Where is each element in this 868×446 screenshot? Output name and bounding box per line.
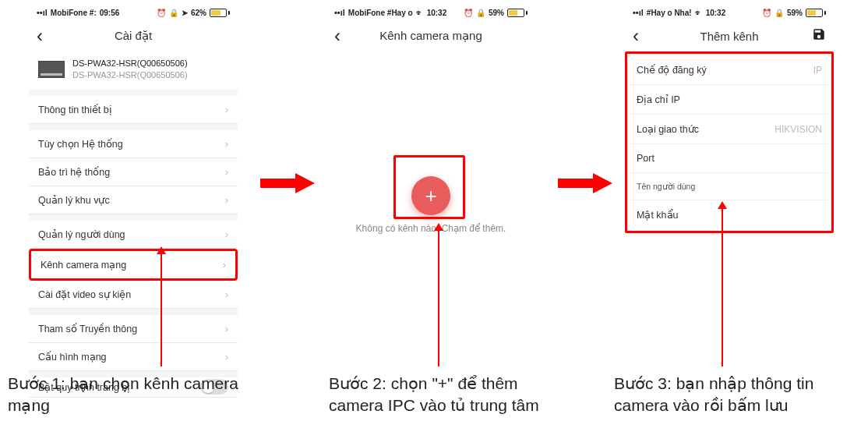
menu-tham-so-truyen-thong[interactable]: Tham số Truyền thông›: [29, 315, 238, 343]
carrier-label: MobiFone #:: [51, 9, 97, 17]
menu-cai-dat-video-su-kien[interactable]: Cài đặt video sự kiện›: [29, 281, 238, 309]
menu-bao-tri-he-thong[interactable]: Bảo trì hệ thống›: [29, 158, 238, 186]
field-ip-address[interactable]: Địa chỉ IP: [630, 85, 828, 115]
battery-icon: [806, 9, 826, 17]
wifi-icon: ᯤ: [695, 9, 703, 17]
status-bar: ••ıl MobiFone #: 09:56 ⏰ 🔒 ➤ 62%: [29, 5, 238, 20]
menu-cau-hinh-mang[interactable]: Cấu hình mạng›: [29, 343, 238, 371]
menu-quan-ly-khu-vuc[interactable]: Quản lý khu vực›: [29, 186, 238, 214]
step-caption-1: Bước 1: bạn chọn kênh camera mạng: [8, 373, 242, 417]
header: ‹ Cài đặt: [29, 20, 238, 51]
battery-icon: [507, 9, 528, 17]
field-register-mode[interactable]: Chế độ đăng kýIP: [630, 55, 828, 85]
lock-icon: 🔒: [476, 9, 485, 17]
chevron-right-icon: ›: [223, 259, 226, 271]
arrow-right-1: [260, 173, 315, 193]
battery-percent: 59%: [787, 9, 803, 17]
back-button[interactable]: ‹: [633, 27, 639, 45]
menu-quan-ly-nguoi-dung[interactable]: Quản lý người dùng›: [29, 221, 238, 249]
empty-state-text: Không có kênh nào. Chạm để thêm.: [326, 223, 535, 234]
battery-percent: 62%: [191, 9, 206, 17]
callout-line-2: [438, 228, 439, 366]
chevron-right-icon: ›: [225, 104, 228, 115]
device-info-block: DS-PWA32-HSR(Q00650506) DS-PWA32-HSR(Q00…: [29, 51, 238, 90]
highlight-form: Chế độ đăng kýIP Địa chỉ IP Loại giao th…: [625, 51, 834, 233]
status-bar: ••ıl MobiFone #Hay o ᯤ 10:32 ⏰ 🔒 59%: [326, 5, 535, 20]
header: ‹ Thêm kênh: [625, 20, 834, 51]
page-title: Cài đặt: [29, 29, 238, 43]
alarm-icon: ⏰: [157, 9, 166, 17]
callout-head-3: [718, 201, 727, 209]
battery-percent: 59%: [489, 9, 504, 17]
chevron-right-icon: ›: [225, 288, 228, 300]
lock-icon: 🔒: [774, 9, 784, 17]
svg-marker-1: [558, 173, 612, 193]
arrow-right-2: [558, 173, 612, 193]
callout-head-2: [434, 223, 443, 231]
back-button[interactable]: ‹: [334, 27, 340, 45]
chevron-right-icon: ›: [225, 194, 228, 206]
step-caption-2: Bước 2: chọn "+" để thêm camera IPC vào …: [329, 373, 570, 417]
header: ‹ Kênh camera mạng: [326, 20, 535, 51]
callout-head-1: [157, 246, 166, 254]
save-button[interactable]: [812, 27, 826, 44]
device-serial: DS-PWA32-HSR(Q00650506): [72, 69, 188, 81]
field-username[interactable]: Tên người dùng: [630, 173, 828, 200]
location-icon: ➤: [182, 9, 188, 17]
field-password[interactable]: Mật khẩu: [630, 200, 828, 229]
alarm-icon: ⏰: [762, 9, 771, 17]
phone-screen-3: ••ıl #Hay o Nha! ᯤ 10:32 ⏰ 🔒 59% ‹ Thêm …: [625, 5, 834, 233]
svg-marker-0: [260, 173, 315, 193]
chevron-right-icon: ›: [225, 323, 228, 334]
signal-icon: ••ıl: [334, 8, 345, 17]
page-title: Kênh camera mạng: [326, 29, 535, 43]
status-time: 09:56: [100, 9, 120, 17]
callout-line-1: [161, 251, 162, 366]
battery-icon: [210, 9, 230, 17]
menu-tuy-chon-he-thong[interactable]: Tùy chọn Hệ thống›: [29, 130, 238, 158]
chevron-right-icon: ›: [225, 228, 228, 240]
carrier-label: #Hay o Nha!: [647, 9, 692, 17]
page-title: Thêm kênh: [625, 30, 834, 43]
highlight-add-button: [393, 155, 465, 219]
menu-kenh-camera-mang[interactable]: Kênh camera mạng›: [29, 249, 238, 281]
signal-icon: ••ıl: [633, 8, 644, 17]
chevron-right-icon: ›: [225, 138, 228, 150]
status-time: 10:32: [706, 9, 726, 17]
signal-icon: ••ıl: [37, 8, 48, 17]
status-time: 10:32: [427, 9, 447, 17]
wifi-icon: ᯤ: [416, 9, 424, 17]
alarm-icon: ⏰: [464, 9, 473, 17]
status-bar: ••ıl #Hay o Nha! ᯤ 10:32 ⏰ 🔒 59%: [625, 5, 834, 20]
chevron-right-icon: ›: [225, 351, 228, 363]
back-button[interactable]: ‹: [37, 27, 43, 45]
device-icon: [38, 61, 65, 78]
device-name: DS-PWA32-HSR(Q00650506): [72, 58, 188, 69]
carrier-label: MobiFone #Hay o: [348, 9, 413, 17]
menu-thong-tin-thiet-bi[interactable]: Thông tin thiết bị›: [29, 96, 238, 124]
phone-screen-1: ••ıl MobiFone #: 09:56 ⏰ 🔒 ➤ 62% ‹ Cài đ…: [29, 5, 238, 398]
phone-screen-2: ••ıl MobiFone #Hay o ᯤ 10:32 ⏰ 🔒 59% ‹ K…: [326, 5, 535, 379]
lock-icon: 🔒: [169, 9, 178, 17]
field-protocol[interactable]: Loại giao thứcHIKVISION: [630, 115, 828, 144]
field-port[interactable]: Port: [630, 144, 828, 173]
callout-line-3: [722, 206, 723, 366]
chevron-right-icon: ›: [225, 166, 228, 178]
step-caption-3: Bước 3: bạn nhập thông tin camera vào rồ…: [614, 373, 859, 417]
